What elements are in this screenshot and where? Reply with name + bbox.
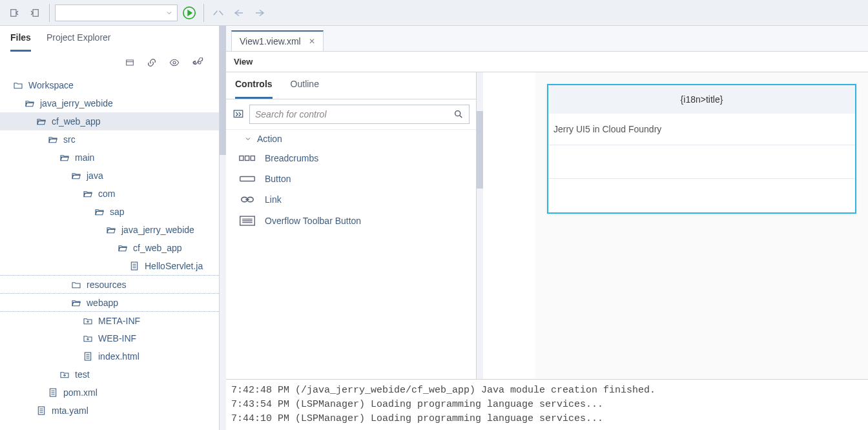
folder-open-icon — [116, 241, 129, 254]
tree-src[interactable]: src — [0, 130, 219, 148]
folder-plus-icon — [58, 368, 71, 381]
tree-label: main — [72, 152, 94, 163]
svg-rect-12 — [245, 156, 249, 161]
tree-cf-web-app[interactable]: cf_web_app — [0, 112, 219, 130]
folder-plus-icon — [81, 332, 94, 345]
tree-label: java_jerry_webide — [119, 225, 194, 235]
tree-label: index.html — [96, 351, 140, 362]
folder-open-icon — [23, 97, 36, 110]
file-icon — [81, 350, 94, 363]
import-icon-btn[interactable] — [26, 4, 44, 22]
control-link[interactable]: Link — [226, 189, 476, 210]
tree-label: pom.xml — [61, 387, 98, 398]
tab-files[interactable]: Files — [10, 32, 31, 52]
search-input[interactable]: Search for control — [249, 105, 470, 124]
preview-card[interactable]: {i18n>title} Jerry UI5 in Cloud Foundry — [547, 84, 856, 214]
tree-index-html[interactable]: index.html — [0, 347, 219, 365]
tree-test[interactable]: test — [0, 365, 219, 384]
run-config-combo[interactable] — [55, 5, 178, 21]
tree-main[interactable]: main — [0, 148, 219, 167]
tree-label: cf_web_app — [130, 243, 182, 253]
svg-rect-13 — [251, 156, 254, 161]
console-line: 7:44:10 PM (LSPManager) Loading programm… — [231, 412, 863, 426]
tree-webinf[interactable]: WEB-INF — [0, 329, 219, 347]
left-iconrow — [0, 52, 219, 74]
chevron-down-icon — [244, 135, 252, 143]
editor-tab-view1[interactable]: View1.view.xml ✕ — [231, 30, 324, 51]
infinity-icon[interactable] — [192, 57, 205, 68]
tree-workspace[interactable]: Workspace — [0, 76, 219, 94]
left-tabs: Files Project Explorer — [0, 26, 219, 52]
preview-thumb-icon[interactable] — [232, 108, 244, 120]
preview-text-row: Jerry UI5 in Cloud Foundry — [548, 114, 855, 145]
svg-rect-1 — [33, 9, 38, 16]
tree-hello-servlet[interactable]: HelloServlet.ja — [0, 257, 219, 275]
link-icon[interactable] — [147, 57, 157, 68]
tree-java-jerry-webide[interactable]: java_jerry_webide — [0, 94, 219, 112]
folder-open-icon — [81, 187, 94, 200]
console-line: 7:43:54 PM (LSPManager) Loading programm… — [231, 398, 863, 412]
overflow-toolbar-icon — [239, 215, 256, 227]
close-icon[interactable]: ✕ — [309, 37, 315, 46]
tree-label: Workspace — [26, 80, 74, 90]
left-scrollbar[interactable] — [220, 26, 226, 430]
tab-outline[interactable]: Outline — [291, 79, 319, 99]
control-overflow-toolbar-button[interactable]: Overflow Toolbar Button — [226, 210, 476, 232]
nav-forward-icon[interactable] — [251, 4, 269, 22]
tree-mta[interactable]: mta.yaml — [0, 402, 219, 420]
folder-plus-icon — [81, 314, 94, 327]
tree-pom[interactable]: pom.xml — [0, 384, 219, 402]
run-button[interactable] — [180, 4, 198, 22]
preview-empty-row — [548, 145, 855, 179]
left-pane: Files Project Explorer Workspace java_je… — [0, 26, 220, 430]
preview-title: {i18n>title} — [548, 85, 855, 114]
tree-metainf[interactable]: META-INF — [0, 311, 219, 329]
tree-label: HelloServlet.ja — [142, 261, 203, 271]
search-placeholder: Search for control — [255, 109, 327, 119]
tree-com[interactable]: com — [0, 185, 219, 203]
tree-pkg2[interactable]: cf_web_app — [0, 239, 219, 257]
tree-label: META-INF — [96, 316, 140, 326]
tab-controls[interactable]: Controls — [235, 79, 273, 99]
preview-area: {i18n>title} Jerry UI5 in Cloud Foundry — [535, 72, 868, 379]
breadcrumbs-icon — [239, 154, 256, 162]
nav-back-icon[interactable] — [230, 4, 248, 22]
control-label: Button — [265, 174, 291, 184]
controls-scrollbar[interactable] — [477, 72, 483, 379]
control-breadcrumbs[interactable]: Breadcrumbs — [226, 148, 476, 169]
tree-label: src — [61, 134, 76, 145]
controls-tabs: Controls Outline — [226, 72, 476, 99]
file-icon — [46, 386, 59, 399]
tree-label: resources — [84, 280, 126, 290]
scrollbar-thumb[interactable] — [477, 111, 483, 189]
search-icon — [453, 109, 464, 119]
folder-open-icon — [46, 133, 59, 146]
collapse-icon[interactable] — [125, 57, 135, 68]
scrollbar-thumb[interactable] — [220, 26, 226, 155]
controls-pane: Controls Outline Search for control — [226, 72, 477, 379]
tree-java[interactable]: java — [0, 167, 219, 185]
control-label: Overflow Toolbar Button — [265, 216, 361, 226]
control-button[interactable]: Button — [226, 169, 476, 189]
nav-updown-icon[interactable] — [209, 4, 227, 22]
console-panel: 7:42:48 PM (/java_jerry_webide/cf_web_ap… — [226, 379, 868, 430]
eye-icon[interactable] — [169, 57, 180, 68]
center-pane: View1.view.xml ✕ View Controls Outline — [226, 26, 868, 430]
export-icon-btn[interactable] — [5, 4, 23, 22]
folder-open-icon — [93, 205, 106, 218]
section-action[interactable]: Action — [226, 130, 476, 148]
folder-open-icon — [105, 223, 118, 236]
file-tree: Workspace java_jerry_webide cf_web_app s… — [0, 74, 219, 430]
tree-webapp[interactable]: webapp — [0, 293, 219, 311]
tree-resources[interactable]: resources — [0, 275, 219, 293]
tab-project-explorer[interactable]: Project Explorer — [46, 32, 111, 52]
tree-label: test — [72, 369, 90, 380]
button-icon — [239, 175, 256, 183]
tree-pkg[interactable]: java_jerry_webide — [0, 221, 219, 239]
tree-sap[interactable]: sap — [0, 203, 219, 221]
tree-label: java — [84, 170, 103, 181]
svg-rect-14 — [240, 177, 255, 181]
view-mode-label: View — [226, 52, 868, 72]
file-icon — [128, 260, 141, 272]
preview-empty-row — [548, 179, 855, 212]
